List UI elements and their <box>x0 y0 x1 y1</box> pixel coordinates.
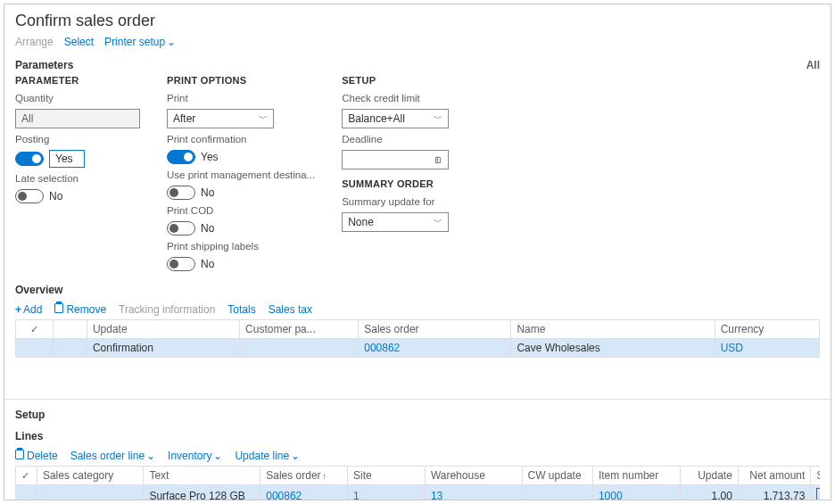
cell-cw[interactable] <box>522 485 592 501</box>
print-value: After <box>173 112 195 125</box>
parameters-expand-all[interactable]: All <box>806 59 820 71</box>
print-confirmation-value: Yes <box>201 151 219 163</box>
summary-update-select[interactable]: None﹀ <box>342 212 449 232</box>
parameters-panel: PARAMETER Quantity All Posting Yes Late … <box>4 75 831 278</box>
scrap-checkbox[interactable] <box>816 488 820 500</box>
sales-order-line-menu[interactable]: Sales order line⌄ <box>70 450 155 462</box>
col-customer[interactable]: Customer pa... <box>240 320 359 339</box>
add-button[interactable]: Add <box>15 303 42 316</box>
print-cod-value: No <box>201 222 214 235</box>
lines-select-all[interactable] <box>16 467 37 485</box>
col-item-number[interactable]: Item number <box>592 467 680 485</box>
cell-item[interactable]: 1000 <box>592 485 680 501</box>
print-mgmt-toggle[interactable] <box>167 186 195 200</box>
cell-update[interactable]: Confirmation <box>87 339 239 358</box>
parameter-group: PARAMETER Quantity All Posting Yes Late … <box>15 75 140 271</box>
posting-value-box[interactable]: Yes <box>49 150 85 168</box>
parameters-header[interactable]: Parameters All <box>4 54 831 75</box>
print-confirmation-label: Print confirmation <box>167 134 315 145</box>
cell-site[interactable]: 1 <box>347 485 425 501</box>
update-line-menu[interactable]: Update line⌄ <box>235 450 300 462</box>
print-select[interactable]: After﹀ <box>167 109 274 128</box>
inventory-menu[interactable]: Inventory⌄ <box>168 450 222 462</box>
cell-sales-order[interactable]: 000862 <box>260 485 348 501</box>
parameters-title: Parameters <box>15 59 73 71</box>
chevron-down-icon: ⌄ <box>291 450 300 462</box>
col-sales-category[interactable]: Sales category <box>37 467 144 485</box>
chevron-down-icon: ﹀ <box>434 112 442 125</box>
print-shipping-toggle[interactable] <box>167 257 195 271</box>
page-title: Confirm sales order <box>4 4 831 34</box>
setup-header[interactable]: Setup <box>4 403 831 425</box>
printer-setup-cmd[interactable]: Printer setup⌄ <box>104 36 176 48</box>
setup-group-title: SETUP <box>342 75 467 86</box>
print-mgmt-label: Use print management destina... <box>167 169 315 180</box>
printer-setup-label: Printer setup <box>104 36 165 48</box>
lines-table: Sales category Text Sales order↑ Site Wa… <box>15 466 820 500</box>
tracking-info-cmd: Tracking information <box>119 303 215 316</box>
col-site[interactable]: Site <box>347 467 425 485</box>
cell-customer[interactable] <box>240 339 359 358</box>
summary-update-label: Summary update for <box>342 196 467 207</box>
col-update[interactable]: Update <box>680 467 738 485</box>
col-text[interactable]: Text <box>144 467 260 485</box>
cell-update[interactable]: 1.00 <box>680 485 738 501</box>
table-row[interactable]: Surface Pro 128 GB00086211310001.001,713… <box>16 485 821 501</box>
delete-button[interactable]: Delete <box>15 450 58 462</box>
chevron-down-icon: ⌄ <box>167 36 176 48</box>
trash-icon <box>54 303 63 313</box>
col-cw-update[interactable]: CW update <box>522 467 592 485</box>
col-currency[interactable]: Currency <box>715 320 819 339</box>
quantity-label: Quantity <box>15 93 140 103</box>
col-warehouse[interactable]: Warehouse <box>425 467 522 485</box>
print-options-title: PRINT OPTIONS <box>167 75 315 86</box>
late-selection-toggle[interactable] <box>15 189 44 203</box>
salestax-cmd[interactable]: Sales tax <box>269 303 312 316</box>
cell-net[interactable]: 1,713.73 <box>738 485 811 501</box>
deadline-label: Deadline <box>342 134 467 145</box>
inv-label: Inventory <box>168 450 211 462</box>
overview-header[interactable]: Overview <box>4 278 831 300</box>
quantity-field: All <box>15 109 140 128</box>
col-net-amount[interactable]: Net amount <box>738 467 811 485</box>
credit-limit-value: Balance+All <box>348 112 405 125</box>
print-label: Print <box>167 93 315 103</box>
select-all-checkbox[interactable] <box>16 320 54 339</box>
cell-warehouse[interactable]: 13 <box>425 485 522 501</box>
posting-value: Yes <box>55 153 73 165</box>
delete-label: Delete <box>27 450 58 462</box>
col-name[interactable]: Name <box>511 320 715 339</box>
sol-label: Sales order line <box>70 450 145 462</box>
remove-button[interactable]: Remove <box>54 303 106 316</box>
lines-header[interactable]: Lines <box>4 425 831 446</box>
calendar-icon[interactable]: 🗓 <box>434 155 442 165</box>
deadline-field[interactable]: 🗓 <box>342 150 449 169</box>
quantity-value: All <box>21 112 33 125</box>
totals-cmd[interactable]: Totals <box>227 303 255 316</box>
remove-label: Remove <box>66 303 106 316</box>
cell-category[interactable] <box>37 485 144 501</box>
col-scrap[interactable]: Scrap <box>811 467 820 485</box>
col-sales-order[interactable]: Sales order↑ <box>260 467 348 485</box>
cell-currency[interactable]: USD <box>715 339 819 358</box>
parameter-group-title: PARAMETER <box>15 75 140 86</box>
summary-update-value: None <box>348 216 374 228</box>
cell-name[interactable]: Cave Wholesales <box>511 339 715 358</box>
cell-text[interactable]: Surface Pro 128 GB <box>144 485 260 501</box>
overview-commands: Add Remove Tracking information Totals S… <box>4 300 831 319</box>
late-selection-value: No <box>49 190 62 202</box>
select-cmd[interactable]: Select <box>64 36 94 48</box>
arrange-cmd: Arrange <box>15 36 54 48</box>
print-cod-toggle[interactable] <box>167 221 195 235</box>
cell-scrap[interactable] <box>811 485 820 501</box>
col-sales-order[interactable]: Sales order <box>359 320 511 339</box>
lines-commands: Delete Sales order line⌄ Inventory⌄ Upda… <box>4 446 831 466</box>
table-row[interactable]: Confirmation 000862 Cave Wholesales USD <box>16 339 820 358</box>
credit-limit-label: Check credit limit <box>342 93 467 103</box>
print-confirmation-toggle[interactable] <box>167 150 195 164</box>
posting-toggle[interactable] <box>15 152 44 166</box>
col-update[interactable]: Update <box>87 320 239 339</box>
print-options-group: PRINT OPTIONS Print After﹀ Print confirm… <box>167 75 315 271</box>
credit-limit-select[interactable]: Balance+All﹀ <box>342 109 449 128</box>
cell-sales-order[interactable]: 000862 <box>359 339 511 358</box>
